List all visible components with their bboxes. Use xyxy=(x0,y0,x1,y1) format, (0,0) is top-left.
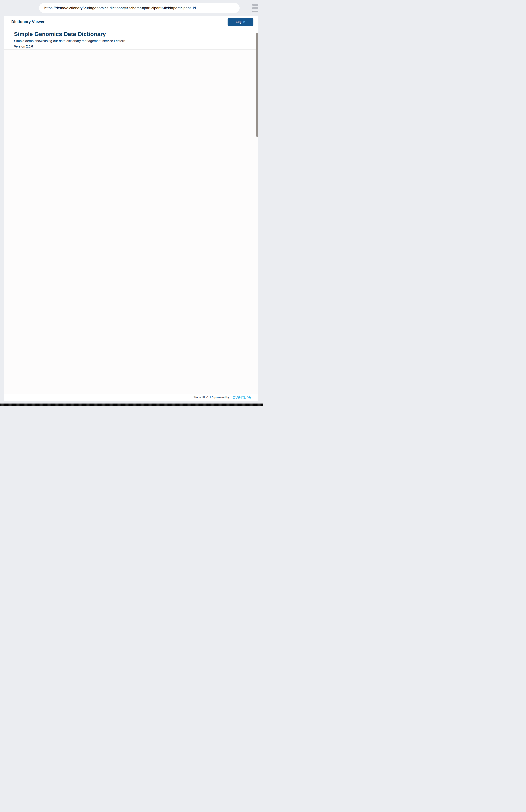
app-logo[interactable]: Dictionary Viewer xyxy=(10,16,45,28)
app-viewport: Dictionary Viewer Log In Simple Genomics… xyxy=(4,16,258,401)
browser-menu-icon[interactable] xyxy=(252,4,258,12)
page-header: Simple Genomics Data Dictionary Simple d… xyxy=(4,28,258,50)
top-nav: Dictionary Viewer Log In xyxy=(4,16,258,28)
brand-name: Dictionary Viewer xyxy=(11,19,45,24)
overture-brand-name: overture xyxy=(233,395,251,400)
login-button[interactable]: Log In xyxy=(228,18,253,26)
browser-toolbar: https://demo/dictionary/?url=genomics-di… xyxy=(0,0,263,16)
scrollbar-thumb[interactable] xyxy=(256,33,258,137)
main-content xyxy=(4,50,258,394)
dictionary-version: Version 2.0.0 xyxy=(14,45,258,48)
browser-window: { "browser": { "url": "https://demo/dict… xyxy=(0,0,263,406)
powered-by-text: Stage UI v1.1.3 powered by xyxy=(193,396,230,399)
url-text: https://demo/dictionary/?url=genomics-di… xyxy=(44,6,196,10)
close-window-button[interactable] xyxy=(7,6,11,10)
url-bar[interactable]: https://demo/dictionary/?url=genomics-di… xyxy=(39,3,239,13)
screen-edge-band xyxy=(0,404,263,406)
footer: Stage UI v1.1.3 powered by overture xyxy=(4,394,258,401)
footer-powered: Stage UI v1.1.3 powered by overture xyxy=(193,395,251,400)
page-title: Simple Genomics Data Dictionary xyxy=(14,31,258,38)
minimize-window-button[interactable] xyxy=(15,6,19,10)
page-subtitle: Simple demo showcasing our data dictiona… xyxy=(14,39,258,43)
window-controls xyxy=(7,6,27,10)
maximize-window-button[interactable] xyxy=(24,6,27,10)
